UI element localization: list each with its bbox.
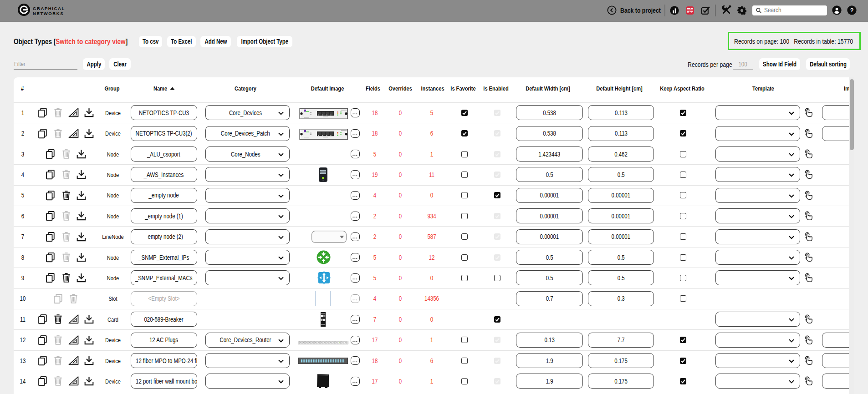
svg-text:?: ? <box>850 7 854 14</box>
